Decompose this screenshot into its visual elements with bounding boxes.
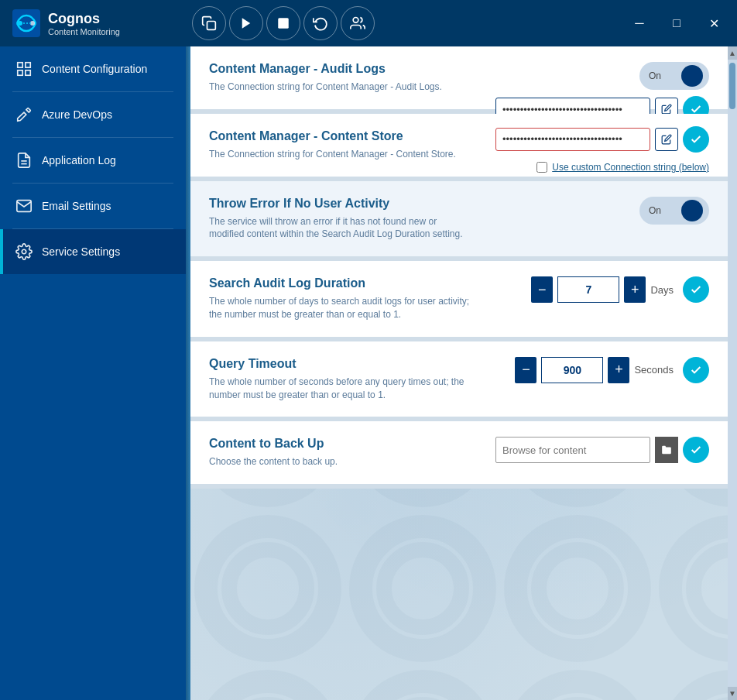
- browse-open-button[interactable]: [655, 437, 678, 463]
- history-toolbar-button[interactable]: [303, 6, 338, 40]
- query-timeout-section: Query Timeout The whole number of second…: [190, 341, 728, 422]
- content-config-icon: [15, 60, 33, 77]
- audit-duration-decrement-button[interactable]: −: [531, 276, 553, 303]
- audit-duration-desc: The whole number of days to search audit…: [209, 295, 472, 321]
- application-log-icon: [15, 152, 33, 169]
- audit-logs-toggle[interactable]: On: [639, 62, 709, 90]
- content-store-desc: The Connection string for Content Manage…: [209, 148, 472, 161]
- content-backup-controls: [495, 437, 709, 463]
- audit-duration-confirm-button[interactable]: [683, 276, 709, 303]
- window-controls: ─ □ ✕: [622, 6, 737, 40]
- sidebar-item-application-log[interactable]: Application Log: [0, 138, 186, 183]
- audit-logs-section: Content Manager - Audit Logs The Connect…: [190, 46, 728, 114]
- app-title: Cognos Content Monitoring: [48, 11, 120, 36]
- history-icon: [313, 15, 328, 31]
- app-logo-icon: [12, 9, 40, 37]
- service-settings-icon: [15, 243, 33, 260]
- sidebar-item-azure-devops[interactable]: Azure DevOps: [0, 92, 186, 137]
- throw-error-toggle[interactable]: On: [639, 197, 709, 225]
- close-button[interactable]: ✕: [697, 6, 731, 40]
- sidebar-item-service-settings[interactable]: Service Settings: [0, 229, 186, 274]
- query-timeout-confirm-button[interactable]: [683, 357, 709, 383]
- audit-duration-unit: Days: [650, 284, 674, 296]
- users-icon: [350, 15, 365, 31]
- audit-duration-value-input[interactable]: [557, 276, 619, 303]
- svg-rect-10: [18, 70, 22, 75]
- query-timeout-stepper: − +: [515, 357, 629, 383]
- content-store-custom-checkbox[interactable]: [536, 162, 547, 173]
- content-backup-confirm-button[interactable]: [683, 437, 709, 463]
- app-header: Cognos Content Monitoring: [0, 0, 737, 46]
- sidebar: Content Configuration Azure DevOps Appli…: [0, 46, 186, 700]
- content-backup-desc: Choose the content to back up.: [209, 455, 472, 468]
- play-toolbar-button[interactable]: [229, 6, 263, 40]
- copy-toolbar-button[interactable]: [192, 6, 226, 40]
- audit-duration-increment-button[interactable]: +: [624, 276, 646, 303]
- audit-duration-controls: − + Days: [531, 276, 709, 303]
- content-store-field-row: [495, 126, 709, 153]
- content-backup-section: Content to Back Up Choose the content to…: [190, 421, 728, 489]
- svg-marker-5: [242, 18, 251, 29]
- stop-icon: [276, 16, 290, 30]
- throw-error-section: Throw Error If No User Activity The serv…: [190, 181, 728, 262]
- email-settings-icon: [15, 197, 33, 214]
- audit-duration-section: Search Audit Log Duration The whole numb…: [190, 261, 728, 341]
- play-icon: [239, 16, 253, 30]
- svg-rect-9: [26, 63, 30, 67]
- toggle-circle: [681, 65, 703, 87]
- edit-icon: [661, 134, 672, 145]
- content-store-confirm-button[interactable]: [683, 126, 709, 153]
- logo-area: Cognos Content Monitoring: [0, 9, 186, 37]
- app-layout: Content Configuration Azure DevOps Appli…: [0, 46, 737, 700]
- audit-logs-desc: The Connection string for Content Manage…: [209, 81, 472, 94]
- svg-rect-4: [207, 22, 216, 30]
- content-store-checkbox-row: Use custom Connection string (below): [536, 162, 709, 173]
- throw-error-title: Throw Error If No User Activity: [209, 197, 709, 211]
- main-content: Content Manager - Audit Logs The Connect…: [190, 46, 728, 700]
- query-timeout-value-input[interactable]: [541, 357, 603, 383]
- minimize-button[interactable]: ─: [622, 6, 656, 40]
- content-store-connection-field[interactable]: [495, 128, 650, 151]
- query-timeout-controls: − + Seconds: [515, 357, 709, 383]
- right-scrollbar: ▲ ▼: [728, 46, 737, 700]
- query-timeout-increment-button[interactable]: +: [608, 357, 629, 383]
- svg-point-7: [353, 18, 358, 23]
- toggle-circle-2: [681, 200, 703, 221]
- checkmark-icon: [690, 133, 702, 146]
- content-store-section: Content Manager - Content Store The Conn…: [190, 114, 728, 181]
- svg-rect-6: [278, 18, 289, 29]
- svg-point-14: [22, 249, 26, 254]
- stop-toolbar-button[interactable]: [266, 6, 300, 40]
- folder-icon: [661, 444, 672, 455]
- sidebar-item-content-config[interactable]: Content Configuration: [0, 46, 186, 91]
- query-timeout-desc: The whole number of seconds before any q…: [209, 376, 472, 402]
- checkmark-icon: [690, 364, 702, 376]
- query-timeout-unit: Seconds: [634, 364, 674, 376]
- svg-rect-8: [18, 63, 22, 67]
- scroll-up-button[interactable]: ▲: [728, 46, 737, 60]
- svg-rect-11: [26, 70, 30, 75]
- browse-row: [495, 437, 678, 463]
- users-toolbar-button[interactable]: [341, 6, 375, 40]
- maximize-button[interactable]: □: [660, 6, 694, 40]
- content-store-controls: Use custom Connection string (below): [495, 126, 709, 173]
- checkmark-icon: [690, 283, 702, 296]
- azure-devops-icon: [15, 106, 33, 123]
- content-store-checkbox-label[interactable]: Use custom Connection string (below): [552, 162, 709, 173]
- query-timeout-decrement-button[interactable]: −: [515, 357, 536, 383]
- content-store-edit-button[interactable]: [655, 128, 678, 151]
- sidebar-item-email-settings[interactable]: Email Settings: [0, 184, 186, 228]
- throw-error-desc: The service will throw an error if it ha…: [209, 215, 472, 242]
- throw-error-controls: On: [639, 197, 709, 225]
- audit-duration-stepper: − +: [531, 276, 646, 303]
- scroll-down-button[interactable]: ▼: [728, 687, 737, 700]
- toolbar: [186, 6, 410, 40]
- browse-for-content-input[interactable]: [495, 437, 650, 463]
- copy-icon: [201, 15, 217, 31]
- checkmark-icon: [690, 444, 702, 456]
